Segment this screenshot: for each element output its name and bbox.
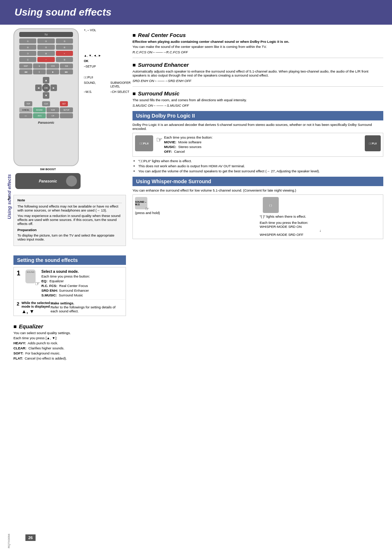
rbtn: –W.S xyxy=(33,113,46,118)
note-music-icon: ♪ xyxy=(7,193,11,202)
eq-desc: You can select sound quality settings. xyxy=(13,331,126,335)
right-column: Real Center Focus Effective when playing… xyxy=(126,28,383,365)
step-2-content: Make settings. Refer to the followings f… xyxy=(50,301,123,314)
rbtn: + xyxy=(56,51,73,56)
real-center-section: Real Center Focus Effective when playing… xyxy=(132,32,383,54)
whisper-icon-area: SOUND –W.S xyxy=(135,197,256,209)
whisper-press-hold: (press and hold) xyxy=(135,211,256,215)
page: Using sound effects Using sound effects … xyxy=(0,0,392,554)
dolby-icon: □□PLII xyxy=(135,135,153,151)
rbtn: ⑤ xyxy=(37,45,54,50)
step-1-content: Select a sound mode. Each time you press… xyxy=(41,270,123,297)
rbtn: CH xyxy=(46,113,59,118)
dolby-note-3: You can adjust the volume of the surroun… xyxy=(138,169,383,173)
step-1: 1 SOUND ☞ Select a sound mode. Each time… xyxy=(14,267,126,300)
step-1-rcfcs: R.C. FCS: Real Center Focus xyxy=(41,284,123,288)
se-desc: Automatically adjusts each speaker to en… xyxy=(132,69,383,77)
whisper-on: WHISPER-MODE SRD ON xyxy=(260,225,381,229)
se-title: Surround Enhancer xyxy=(132,62,383,68)
step-1-num: 1 xyxy=(17,270,23,277)
whisper-note: "( )" lights when there is effect. xyxy=(260,214,381,218)
dolby-section-header: Using Dolby Pro Logic II xyxy=(132,111,383,120)
sound-label: SOUND, SUBWOOFER LEVEL xyxy=(84,81,131,88)
doplii-label: □□PLII xyxy=(84,75,131,79)
rcf-desc: You can make the sound of the center spe… xyxy=(132,45,383,49)
rbtn: ▶ xyxy=(46,69,59,74)
page-number: 26 xyxy=(25,534,36,541)
step-2: 2 While the selected mode is displayed ▲… xyxy=(14,300,126,316)
rbtn: ⑥ xyxy=(56,45,73,50)
footer: RQTX0094 26 xyxy=(7,534,13,548)
rbtn: SKIP xyxy=(19,63,32,69)
sm-desc: The sound fills the room, and comes from… xyxy=(132,98,383,102)
remote-dpad: ▲ ▼ ◄ ► OK xyxy=(35,77,57,99)
setup-label: –SETUP xyxy=(84,65,131,68)
remote-brand: Panasonic xyxy=(38,121,54,124)
dolby-movie: MOVIE: Movie software xyxy=(164,140,362,144)
eq-press-desc: Each time you press [▲, ▼]: xyxy=(13,336,126,340)
ok-label: OK xyxy=(84,59,131,63)
dolby-hand-icon: ☞ xyxy=(156,135,163,144)
rcf-title: Real Center Focus xyxy=(132,32,383,38)
rcf-subtitle: Effective when playing audio containing … xyxy=(132,40,383,44)
page-header: Using sound effects xyxy=(0,0,392,25)
step-1-remote-img: SOUND xyxy=(25,270,36,283)
rbtn: CH4 xyxy=(46,63,59,69)
rbtn: ▼ xyxy=(33,63,46,69)
whisper-icon: SOUND –W.S xyxy=(135,197,147,209)
rcf-path: R.C.FCS ON←——→R.C.FCS OFF xyxy=(132,50,383,54)
eq-flat: FLAT: Cancel (no effect is added). xyxy=(13,356,126,360)
rbtn: ‖ xyxy=(33,69,46,74)
rbtn: TOP xyxy=(24,101,32,106)
rbtn: CANCEL xyxy=(19,107,32,112)
rbtn: ⑦ xyxy=(19,51,36,56)
eq-heavy: HEAVY: Adds punch to rock. xyxy=(13,341,126,345)
remote-area: TV ① ② ③ ④ ⑤ ⑥ ⑦ ⑧ + xyxy=(13,28,126,189)
rbtn: ④ xyxy=(19,45,36,50)
steps-box: 1 SOUND ☞ Select a sound mode. Each time… xyxy=(13,267,126,316)
step-1-desc: Each time you press the button: xyxy=(41,274,123,278)
whisper-box: SOUND –W.S (press and hold) ( ) "( )" li… xyxy=(132,194,383,239)
remote-illustration: TV ① ② ③ ④ ⑤ ⑥ ⑦ ⑧ + xyxy=(13,28,79,166)
sw-boost-label: SW BOOST xyxy=(40,168,56,171)
ws-label: –W.S. –CH SELECT xyxy=(84,90,131,94)
dpad-right: ► xyxy=(50,85,57,91)
rbtn: □□ xyxy=(19,113,32,118)
note-point-2: You may experience a reduction in sound … xyxy=(17,214,122,226)
dolby-note-1: "□□PLII" lights when there is effect. xyxy=(138,159,383,163)
step-1-icon: SOUND ☞ xyxy=(25,270,38,286)
rbtn: ① xyxy=(19,57,36,62)
note-box: Note The following sound effects may not… xyxy=(13,195,126,246)
dolby-button-desc: Each time you press the button: xyxy=(164,135,362,139)
page-title: Using sound effects xyxy=(15,7,111,18)
left-column: TV ① ② ③ ④ ⑤ ⑥ ⑦ ⑧ + xyxy=(13,28,126,365)
prep-title: Preparation xyxy=(17,228,122,232)
surround-music-section: Surround Music The sound fills the room,… xyxy=(132,90,383,107)
whisper-button-desc: Each time you press the button: xyxy=(260,221,381,225)
prep-text: To display the picture, turn on the TV a… xyxy=(17,233,122,241)
rbtn: SW xyxy=(60,63,73,69)
divider-2 xyxy=(132,86,383,87)
step-2-label: While the selected mode is displayed ▲, … xyxy=(21,301,50,314)
step-1-smusic: S.MUSIC: Surround Music xyxy=(41,293,123,297)
rbtn: ③ xyxy=(56,38,73,44)
sm-title: Surround Music xyxy=(132,90,383,97)
whisper-section-header: Using Whisper-mode Surround xyxy=(132,177,383,186)
rbtn: SETUP xyxy=(60,107,73,112)
step-1-srdenh: SRD ENH: Surround Enhancer xyxy=(41,288,123,292)
whisper-left: SOUND –W.S (press and hold) xyxy=(135,197,256,215)
dolby-note-2: This does not work when audio is output … xyxy=(138,164,383,168)
dolby-music: MUSIC: Stereo sources xyxy=(164,145,362,149)
dpad-left: ◄ xyxy=(35,85,42,91)
equalizer-title: Equalizer xyxy=(13,323,126,329)
note-container: ♪ Note The following sound effects may n… xyxy=(13,192,126,249)
note-point-1: The following sound effects may not be a… xyxy=(17,204,122,212)
step-1-title: Select a sound mode. xyxy=(41,270,123,274)
sm-path: S.MUSIC ON←——→S.MUSIC OFF xyxy=(132,103,383,107)
step-1-eq: EQ: Equalizer xyxy=(41,279,123,283)
rbtn: SOUND xyxy=(33,107,46,112)
divider-1 xyxy=(132,58,383,58)
surround-enhancer-section: Surround Enhancer Automatically adjusts … xyxy=(132,62,383,83)
se-path: SRD ENH ON←——→SRD ENH OFF xyxy=(132,79,383,83)
step-1-hand-icon: ☞ xyxy=(35,280,40,287)
